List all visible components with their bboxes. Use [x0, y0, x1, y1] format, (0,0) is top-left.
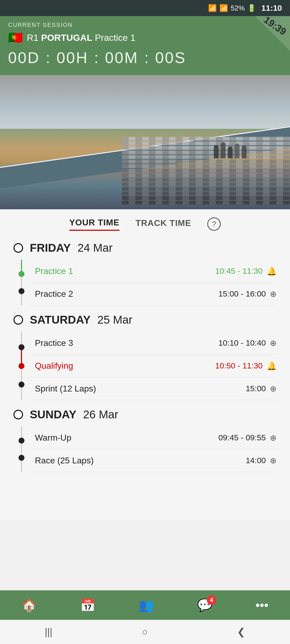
sprint-alarm-icon[interactable]: ⊕ — [270, 384, 277, 393]
sprint-name: Sprint (12 Laps) — [35, 384, 96, 394]
flag-icon: 🇵🇹 — [8, 31, 23, 45]
more-icon: ••• — [255, 598, 268, 612]
practice1-dot — [19, 271, 24, 277]
line-gray-1 — [21, 277, 22, 288]
practice2-alarm-icon[interactable]: ⊕ — [270, 289, 277, 299]
sunday-header: SUNDAY 26 Mar — [13, 408, 277, 421]
nav-home[interactable]: 🏠 — [21, 598, 37, 612]
practice3-alarm-icon[interactable]: ⊕ — [270, 338, 277, 348]
friday-label: FRIDAY — [30, 241, 71, 254]
saturday-events: Practice 3 10:10 - 10:40 ⊕ Qualifying 10… — [30, 332, 277, 400]
race-row: Race (25 Laps) 14:00 ⊕ — [30, 449, 277, 472]
practice2-time: 15:00 - 16:00 — [218, 289, 266, 298]
saturday-dot — [13, 315, 23, 325]
bottom-nav: 🏠 📅 👥 💬 4 ••• — [0, 590, 290, 620]
friday-date: 24 Mar — [77, 241, 113, 254]
practice1-name: Practice 1 — [35, 266, 73, 276]
friday-header: FRIDAY 24 Mar — [13, 241, 277, 254]
countdown-minutes: 00M — [105, 49, 139, 66]
sat-line-end — [21, 387, 22, 400]
session-header: 19:39 CURRENT SESSION 🇵🇹 R1 PORTUGAL Pra… — [0, 16, 290, 75]
countdown-sep1: : — [46, 49, 56, 66]
qualifying-time: 10:50 - 11:30 — [215, 361, 263, 370]
race-alarm-icon[interactable]: ⊕ — [270, 456, 277, 465]
practice2-row: Practice 2 15:00 - 16:00 ⊕ — [30, 283, 277, 305]
recent-apps-button[interactable]: ||| — [45, 626, 52, 638]
sunday-events: Warm-Up 09:45 - 09:55 ⊕ Race (25 Laps) 1… — [30, 426, 277, 472]
riders-icon: 👥 — [139, 598, 154, 612]
practice3-row: Practice 3 10:10 - 10:40 ⊕ — [30, 332, 277, 354]
practice1-row: Practice 1 10:45 - 11:30 🔔 — [30, 260, 277, 283]
countdown-seconds: 00S — [155, 49, 186, 66]
status-icons: 📶 📶 52% 🔋 — [208, 4, 256, 12]
qualifying-name: Qualifying — [35, 361, 73, 371]
help-button[interactable]: ? — [207, 217, 221, 231]
countdown-hours: 00H — [56, 49, 88, 66]
wifi-icon: 📶 — [208, 4, 217, 12]
sunday-label: SUNDAY — [30, 408, 77, 421]
sunday-date: 26 Mar — [83, 408, 118, 421]
line-gray-2 — [21, 294, 22, 305]
nav-chat[interactable]: 💬 4 — [197, 598, 212, 612]
nav-riders[interactable]: 👥 — [139, 598, 154, 612]
sun-line-top — [21, 426, 22, 438]
country-label: PORTUGAL — [41, 32, 92, 43]
signal-icon: 📶 — [219, 4, 228, 12]
warmup-dot — [19, 438, 24, 444]
practice2-name: Practice 2 — [35, 289, 73, 299]
warmup-name: Warm-Up — [35, 433, 71, 443]
saturday-group: SATURDAY 25 Mar Practice 3 10:10 - 10:40 — [13, 313, 277, 400]
practice3-time: 10:10 - 10:40 — [218, 338, 266, 347]
session-title: 🇵🇹 R1 PORTUGAL Practice 1 — [8, 31, 282, 45]
friday-dot — [13, 243, 23, 253]
sunday-line-col — [13, 426, 30, 472]
race-name: Race (25 Laps) — [35, 456, 94, 466]
saturday-line-col — [13, 332, 30, 400]
nav-more[interactable]: ••• — [255, 598, 268, 612]
status-time: 11:10 — [261, 3, 282, 13]
friday-events: Practice 1 10:45 - 11:30 🔔 Practice 2 15… — [30, 260, 277, 305]
session-name: R1 PORTUGAL Practice 1 — [27, 32, 135, 43]
warmup-row: Warm-Up 09:45 - 09:55 ⊕ — [30, 426, 277, 449]
race-dot — [19, 455, 24, 461]
sprint-row: Sprint (12 Laps) 15:00 ⊕ — [30, 377, 277, 400]
bottom-spacer — [13, 480, 277, 512]
sprint-dot — [19, 382, 24, 387]
practice3-dot — [19, 344, 24, 350]
schedule-icon: 📅 — [80, 598, 95, 612]
sun-line-mid — [21, 444, 22, 455]
sprint-time: 15:00 — [246, 384, 266, 393]
chat-badge: 4 — [207, 595, 216, 605]
back-button[interactable]: ❮ — [237, 626, 245, 638]
grandstand-area — [122, 126, 290, 209]
friday-group: FRIDAY 24 Mar Practice 1 10:45 - 11:30 🔔 — [13, 241, 277, 305]
track-image — [0, 75, 290, 209]
session-label: CURRENT SESSION — [8, 21, 282, 28]
saturday-label: SATURDAY — [30, 313, 90, 326]
your-time-tab[interactable]: YOUR TIME — [69, 218, 119, 231]
practice1-time-wrap: 10:45 - 11:30 🔔 — [215, 266, 277, 276]
practice1-alarm-icon[interactable]: 🔔 — [267, 266, 277, 276]
time-tabs[interactable]: YOUR TIME TRACK TIME ? — [13, 217, 277, 231]
saturday-date: 25 Mar — [97, 313, 132, 326]
nav-schedule[interactable]: 📅 — [80, 598, 95, 612]
countdown-days: 00D — [8, 49, 40, 66]
friday-line-col — [13, 260, 30, 305]
sprint-time-wrap: 15:00 ⊕ — [246, 384, 277, 393]
schedule-section: YOUR TIME TRACK TIME ? FRIDAY 24 Mar Pra… — [0, 209, 290, 520]
countdown-sep2: : — [94, 49, 105, 66]
sat-line-gray — [21, 369, 22, 382]
warmup-time-wrap: 09:45 - 09:55 ⊕ — [218, 433, 277, 442]
practice2-dot — [19, 288, 24, 294]
warmup-time: 09:45 - 09:55 — [218, 433, 266, 442]
home-button[interactable]: ○ — [142, 626, 148, 638]
friday-timeline: Practice 1 10:45 - 11:30 🔔 Practice 2 15… — [13, 260, 277, 305]
sat-line-red — [21, 350, 22, 363]
qualifying-alarm-icon[interactable]: 🔔 — [267, 361, 277, 371]
system-nav-bar[interactable]: ||| ○ ❮ — [0, 620, 290, 644]
battery-icon: 🔋 — [247, 4, 256, 12]
sunday-dot — [13, 410, 23, 419]
round-label: R1 — [27, 32, 38, 43]
track-time-tab[interactable]: TRACK TIME — [136, 218, 191, 230]
warmup-alarm-icon[interactable]: ⊕ — [270, 433, 277, 442]
